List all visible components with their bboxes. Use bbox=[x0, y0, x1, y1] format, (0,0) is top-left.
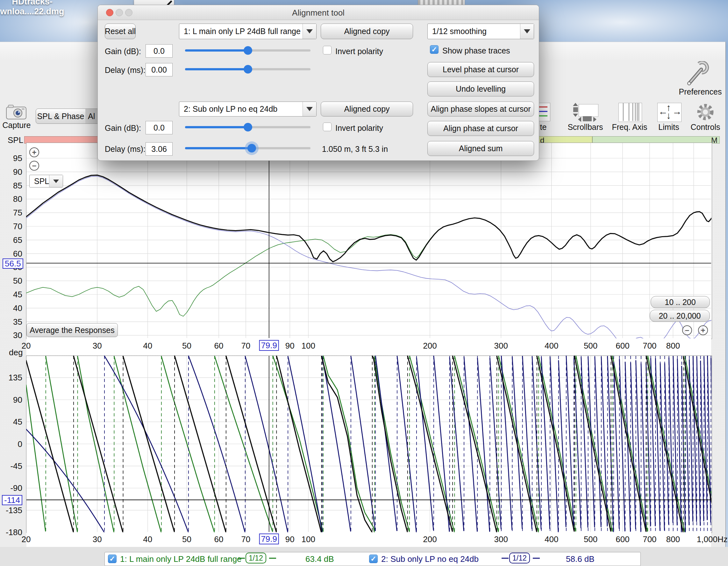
gain-1-label: Gain (dB): bbox=[105, 47, 141, 56]
legend-label-1: 1: L main only LP 24dB full range bbox=[120, 554, 242, 564]
freq-tick-label: 60 bbox=[214, 534, 224, 544]
freq-tick-label: 800 bbox=[666, 534, 680, 544]
aligned-copy-1-button[interactable]: Aligned copy bbox=[321, 24, 413, 39]
freq-tick-label: 30 bbox=[93, 534, 102, 544]
range-20-20000-button[interactable]: 20 .. 20,000 bbox=[650, 310, 710, 322]
y-tick-label: -180 bbox=[0, 527, 22, 537]
zoom-in-y-icon[interactable]: + bbox=[29, 147, 39, 157]
level-phase-button[interactable]: Level phase at cursor bbox=[427, 62, 534, 77]
capture-camera-icon[interactable] bbox=[6, 104, 27, 120]
spl-cursor-value: 56.5 bbox=[3, 259, 23, 269]
phase-cursor-value: -114 bbox=[2, 495, 22, 505]
freq-cursor-label: 79.9 bbox=[259, 534, 279, 544]
y-tick-label: 80 bbox=[0, 194, 22, 204]
zoom-out-y-icon[interactable]: − bbox=[29, 161, 39, 171]
tab-spl-and-phase[interactable]: SPL & Phase bbox=[36, 109, 86, 124]
window-fragment-striped bbox=[418, 0, 465, 5]
align-phase-slopes-button[interactable]: Align phase slopes at cursor bbox=[427, 102, 534, 117]
invert-polarity-2-checkbox[interactable] bbox=[323, 123, 332, 131]
freq-tick-label: 30 bbox=[93, 341, 102, 350]
measurement-2-select[interactable]: 2: Sub only LP no eq 24db bbox=[179, 102, 317, 117]
y-tick-label: 90 bbox=[0, 395, 22, 405]
freq-tick-label: 90 bbox=[285, 341, 295, 350]
aligned-copy-2-button[interactable]: Aligned copy bbox=[321, 102, 413, 117]
align-phase-button[interactable]: Align phase at cursor bbox=[427, 121, 534, 136]
left-arrow-icon: ← bbox=[658, 106, 668, 117]
spl-axis-unit: SPL bbox=[8, 135, 23, 145]
y-tick-label: 50 bbox=[0, 276, 22, 285]
delay-1-slider[interactable] bbox=[185, 65, 310, 74]
delay-1-field[interactable]: 0.00 bbox=[146, 63, 173, 76]
spl-axis-selector[interactable]: SPL bbox=[29, 175, 63, 188]
scrollbars-label: Scrollbars bbox=[567, 123, 603, 132]
freq-tick-label: 20 bbox=[22, 534, 31, 544]
legend-checkbox-1[interactable] bbox=[108, 555, 117, 563]
delay-1-label: Delay (ms): bbox=[105, 66, 146, 75]
delay-2-slider[interactable] bbox=[185, 144, 310, 153]
preferences-wrench-icon[interactable] bbox=[685, 61, 710, 87]
freq-tick-label: 100 bbox=[302, 534, 315, 544]
smoothing-select[interactable]: 1/12 smoothing bbox=[427, 24, 534, 39]
freq-tick-label: 400 bbox=[545, 534, 558, 544]
zoom-out-x-icon[interactable]: − bbox=[682, 325, 692, 335]
freq-axis-icon[interactable] bbox=[618, 103, 642, 122]
freq-tick-label: 100 bbox=[302, 341, 315, 350]
limits-label: Limits bbox=[658, 123, 679, 132]
y-tick-label: 75 bbox=[0, 208, 22, 218]
spl-axis-selector-value: SPL bbox=[30, 175, 49, 187]
freq-tick-label: 300 bbox=[494, 534, 508, 544]
average-responses-button[interactable]: Average the Responses bbox=[26, 323, 118, 337]
zoom-in-x-icon[interactable]: + bbox=[698, 325, 708, 335]
desktop-file-label[interactable]: HDtracks- wnloa....22.dmg bbox=[0, 0, 69, 17]
scrollbars-icon[interactable] bbox=[572, 103, 600, 121]
freq-tick-label: 70 bbox=[241, 341, 250, 350]
chevron-down-icon bbox=[303, 102, 316, 116]
chevron-down-icon bbox=[49, 175, 63, 187]
invert-polarity-1-checkbox[interactable] bbox=[323, 46, 332, 54]
dialog-titlebar[interactable]: Alignment tool bbox=[98, 5, 539, 20]
y-tick-label: 30 bbox=[0, 330, 22, 340]
phase-chart[interactable] bbox=[26, 355, 711, 532]
invert-polarity-2-label: Invert polarity bbox=[335, 124, 383, 133]
legend-smoothing-1[interactable]: 1/12 bbox=[246, 553, 266, 563]
mid-axis-strip bbox=[26, 339, 711, 355]
aligned-sum-button[interactable]: Aligned sum bbox=[427, 141, 534, 156]
delay-2-label: Delay (ms): bbox=[105, 145, 146, 154]
freq-tick-label: 500 bbox=[584, 341, 597, 350]
gain-1-slider[interactable] bbox=[185, 46, 310, 55]
y-tick-label: 90 bbox=[0, 167, 22, 177]
phase-axis-unit: deg bbox=[9, 347, 23, 357]
y-tick-label: 95 bbox=[0, 154, 22, 163]
freq-tick-label: 700 bbox=[643, 534, 656, 544]
gain-2-field[interactable]: 0.0 bbox=[146, 121, 173, 134]
limits-icon[interactable]: ↑ ↓ ← → bbox=[657, 103, 682, 122]
gain-1-field[interactable]: 0.0 bbox=[146, 44, 173, 58]
capture-label: Capture bbox=[3, 121, 31, 130]
freq-tick-label: 20 bbox=[22, 341, 31, 350]
legend-bar: 1: L main only LP 24dB full range 1/12 6… bbox=[104, 552, 641, 566]
chevron-down-icon bbox=[520, 24, 534, 39]
undo-levelling-button[interactable]: Undo levelling bbox=[427, 82, 534, 97]
freq-tick-label: 200 bbox=[423, 534, 437, 544]
legend-trace-line-1 bbox=[238, 558, 245, 559]
freq-tick-label: 200 bbox=[423, 341, 437, 350]
legend-smoothing-2[interactable]: 1/12 bbox=[509, 553, 530, 563]
y-tick-label: 35 bbox=[0, 317, 22, 326]
gain-2-slider[interactable] bbox=[185, 123, 310, 132]
freq-tick-label: 60 bbox=[214, 341, 224, 350]
show-phase-traces-label: Show phase traces bbox=[442, 46, 510, 55]
legend-checkbox-2[interactable] bbox=[369, 555, 378, 563]
reset-all-button[interactable]: Reset all bbox=[105, 24, 136, 39]
measurement-1-select[interactable]: 1: L main only LP 24dB full range bbox=[179, 24, 317, 39]
delay-2-field[interactable]: 3.06 bbox=[146, 142, 173, 156]
spl-chart[interactable] bbox=[26, 143, 711, 338]
measurement-2-value: 2: Sub only LP no eq 24db bbox=[179, 102, 303, 116]
desktop: { "desktop": { "file_label_line1": "HDtr… bbox=[0, 0, 728, 566]
freq-tick-label: 40 bbox=[143, 534, 152, 544]
legend-trace-line-2 bbox=[502, 558, 509, 559]
controls-gear-icon[interactable] bbox=[696, 103, 715, 121]
bottom-axis-strip bbox=[26, 533, 711, 547]
show-phase-traces-checkbox[interactable] bbox=[430, 45, 439, 54]
range-10-200-button[interactable]: 10 .. 200 bbox=[651, 296, 710, 308]
y-tick-label: 65 bbox=[0, 235, 22, 245]
